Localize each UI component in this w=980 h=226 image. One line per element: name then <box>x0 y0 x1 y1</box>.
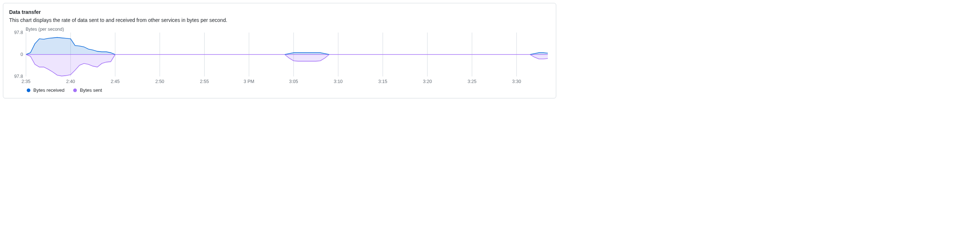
svg-text:3:25: 3:25 <box>468 79 476 84</box>
bytes-received-swatch <box>27 89 30 92</box>
svg-text:3:15: 3:15 <box>379 79 387 84</box>
legend-label-sent: Bytes sent <box>80 88 102 93</box>
svg-text:3 PM: 3 PM <box>244 79 255 84</box>
svg-text:3:05: 3:05 <box>289 79 298 84</box>
svg-text:2:40: 2:40 <box>66 79 75 84</box>
svg-text:97.8: 97.8 <box>14 74 23 79</box>
svg-text:0: 0 <box>21 52 23 57</box>
svg-text:2:55: 2:55 <box>200 79 208 84</box>
bytes-sent-swatch <box>73 89 77 92</box>
chart-title: Data transfer <box>9 9 550 15</box>
legend-item-received[interactable]: Bytes received <box>27 88 64 93</box>
svg-text:97.8: 97.8 <box>14 30 23 35</box>
y-axis-label: Bytes (per second) <box>25 27 64 32</box>
svg-text:2:45: 2:45 <box>111 79 120 84</box>
svg-text:3:20: 3:20 <box>423 79 432 84</box>
data-transfer-card: Data transfer This chart displays the ra… <box>3 3 556 99</box>
chart-description: This chart displays the rate of data sen… <box>9 17 550 23</box>
svg-text:3:10: 3:10 <box>334 79 342 84</box>
chart-area: Bytes (per second) 2:352:402:452:502:553… <box>9 27 550 84</box>
svg-text:3:30: 3:30 <box>512 79 521 84</box>
svg-text:2:50: 2:50 <box>155 79 164 84</box>
legend: Bytes received Bytes sent <box>27 88 550 93</box>
legend-item-sent[interactable]: Bytes sent <box>73 88 102 93</box>
legend-label-received: Bytes received <box>33 88 64 93</box>
chart-svg: 2:352:402:452:502:553 PM3:053:103:153:20… <box>9 27 550 84</box>
svg-text:2:35: 2:35 <box>22 79 30 84</box>
